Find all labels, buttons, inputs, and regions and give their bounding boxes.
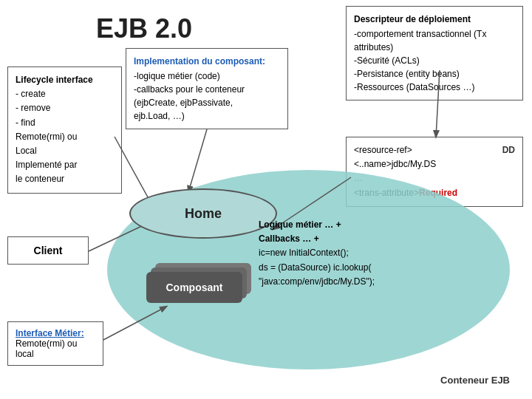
lifecycle-item-6: le conteneur — [16, 172, 114, 186]
lifecycle-item-1: - remove — [16, 101, 114, 115]
client-label: Client — [34, 245, 63, 256]
interface-metier-box: Interface Métier: Remote(rmi) ou local — [7, 321, 103, 366]
lifecycle-item-0: - create — [16, 87, 114, 101]
deployment-line-3: -Persistance (entity beans) — [354, 67, 515, 81]
interface-metier-title: Interface Métier: — [16, 328, 95, 338]
impl-line-2: (ejbCreate, ejbPassivate, — [134, 96, 280, 109]
deployment-line-2: -Sécurité (ACLs) — [354, 54, 515, 67]
deployment-box: Descripteur de déploiement -comportement… — [346, 6, 523, 100]
conteneur-ejb-label: Conteneur EJB — [440, 375, 510, 386]
deployment-line-1: -comportement transactionnel (Tx attribu… — [354, 27, 515, 54]
home-ellipse: Home — [129, 188, 277, 239]
deployment-line-4: -Ressources (DataSources …) — [354, 81, 515, 94]
lifecycle-item-2: - find — [16, 116, 114, 130]
logique-line-5: "java:comp/env/jdbc/My.DS"); — [259, 275, 375, 289]
lifecycle-item-4: Local — [16, 144, 114, 158]
composant-label: Composant — [166, 282, 223, 293]
resource-line-0: <resource-ref> — [354, 143, 515, 157]
client-box: Client — [7, 236, 89, 265]
implementation-title: Implementation du composant: — [134, 55, 280, 68]
composant-stack: Composant — [146, 272, 242, 303]
logique-line-1: Logique métier … + — [259, 218, 375, 232]
composant-card-front: Composant — [146, 272, 242, 303]
interface-metier-desc: Remote(rmi) ou local — [16, 338, 95, 359]
svg-line-3 — [188, 129, 207, 192]
lifecycle-item-5: Implementé par — [16, 158, 114, 172]
dd-label: DD — [502, 143, 515, 157]
implementation-box: Implementation du composant: -logique mé… — [126, 48, 288, 129]
impl-line-0: -logique métier (code) — [134, 69, 280, 83]
logique-line-3: ic=new InitialContext(); — [259, 246, 375, 260]
logique-line-2: Callbacks … + — [259, 232, 375, 246]
deployment-title: Descripteur de déploiement — [354, 13, 515, 26]
impl-line-1: -callbacks pour le conteneur — [134, 83, 280, 96]
lifecycle-item-3: Remote(rmi) ou — [16, 130, 114, 144]
lifecycle-title: Lifecycle interface — [16, 73, 114, 87]
impl-line-3: ejb.Load, …) — [134, 109, 280, 123]
lifecycle-box: Lifecycle interface - create - remove - … — [7, 66, 122, 194]
main-title: EJB 2.0 — [96, 13, 192, 44]
home-label: Home — [185, 206, 222, 222]
logique-metier-text: Logique métier … + Callbacks … + ic=new … — [259, 218, 375, 289]
resource-line-1: <..name>jdbc/My.DS — [354, 157, 515, 171]
logique-line-4: ds = (DataSource) ic.lookup( — [259, 261, 375, 275]
